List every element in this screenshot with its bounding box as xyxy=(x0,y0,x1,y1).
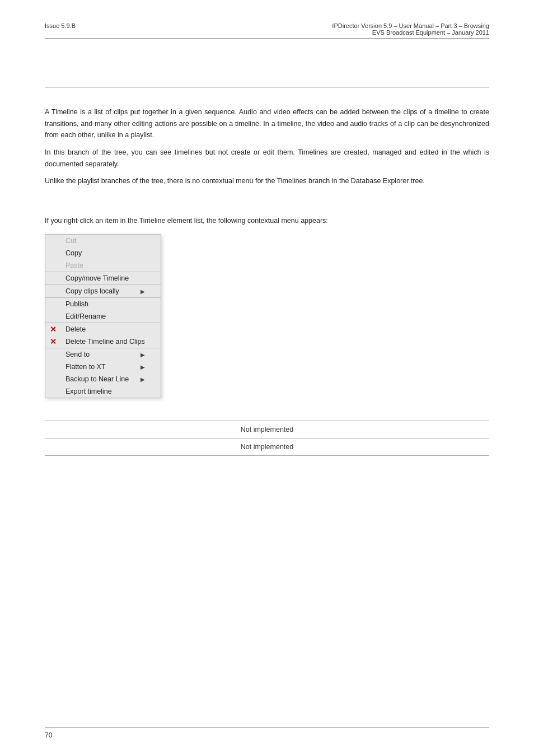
header-title-line1: IPDirector Version 5.9 – User Manual – P… xyxy=(332,22,489,29)
menu-item-flatten-to-xt[interactable]: Flatten to XT▶ xyxy=(45,361,161,373)
menu-item-label: Paste xyxy=(65,262,83,269)
menu-item-delete[interactable]: ✕Delete xyxy=(45,323,161,335)
menu-item-label: Delete xyxy=(65,325,86,333)
page-header: Issue 5.9.B IPDirector Version 5.9 – Use… xyxy=(45,22,489,39)
table-row: Not implemented xyxy=(45,438,489,456)
x-icon: ✕ xyxy=(50,337,57,346)
table-row: Not implemented xyxy=(45,421,489,438)
page: Issue 5.9.B IPDirector Version 5.9 – Use… xyxy=(0,0,534,756)
menu-item-delete-timeline-and-clips[interactable]: ✕Delete Timeline and Clips xyxy=(45,335,161,348)
menu-item-label: Copy clips locally xyxy=(65,287,119,295)
submenu-arrow-icon: ▶ xyxy=(140,376,145,382)
x-icon: ✕ xyxy=(50,325,57,334)
table-cell: Not implemented xyxy=(45,438,489,456)
header-title-line2: EVS Broadcast Equipment – January 2011 xyxy=(332,29,489,36)
menu-item-label: Flatten to XT xyxy=(65,363,106,371)
menu-item-send-to[interactable]: Send to▶ xyxy=(45,348,161,361)
menu-item-label: Delete Timeline and Clips xyxy=(65,338,145,346)
footer-page-number: 70 xyxy=(45,731,52,739)
bottom-table: Not implementedNot implemented xyxy=(45,421,489,456)
menu-item-paste: Paste xyxy=(45,259,161,272)
context-menu-area: CutCopyPasteCopy/move TimelineCopy clips… xyxy=(45,234,489,398)
menu-item-label: Copy xyxy=(65,249,82,257)
menu-item-editrename[interactable]: Edit/Rename xyxy=(45,310,161,323)
context-menu: CutCopyPasteCopy/move TimelineCopy clips… xyxy=(45,234,161,398)
menu-item-label: Export timeline xyxy=(65,388,112,395)
menu-item-backup-to-near-line[interactable]: Backup to Near Line▶ xyxy=(45,373,161,385)
menu-item-copymove-timeline[interactable]: Copy/move Timeline xyxy=(45,272,161,285)
menu-item-export-timeline[interactable]: Export timeline xyxy=(45,385,161,398)
header-title: IPDirector Version 5.9 – User Manual – P… xyxy=(332,22,489,36)
menu-item-label: Send to xyxy=(65,351,90,358)
menu-item-label: Cut xyxy=(65,237,76,245)
intro-paragraph-3: Unlike the playlist branches of the tree… xyxy=(45,175,489,187)
intro-paragraph-2: In this branch of the tree, you can see … xyxy=(45,147,489,170)
contextual-section-text: If you right-click an item in the Timeli… xyxy=(45,215,489,227)
submenu-arrow-icon: ▶ xyxy=(140,364,145,370)
menu-item-cut: Cut xyxy=(45,235,161,247)
intro-paragraph-1: A Timeline is a list of clips put togeth… xyxy=(45,106,489,141)
header-issue: Issue 5.9.B xyxy=(45,22,76,29)
menu-item-label: Publish xyxy=(65,300,88,308)
menu-item-copy-clips-locally[interactable]: Copy clips locally▶ xyxy=(45,285,161,298)
section-divider-top xyxy=(45,87,489,87)
footer-line xyxy=(45,727,489,728)
menu-item-label: Edit/Rename xyxy=(65,312,106,320)
submenu-arrow-icon: ▶ xyxy=(140,288,145,295)
table-cell: Not implemented xyxy=(45,421,489,438)
submenu-arrow-icon: ▶ xyxy=(140,352,145,358)
menu-item-publish[interactable]: Publish xyxy=(45,298,161,310)
menu-item-label: Backup to Near Line xyxy=(65,375,129,383)
menu-item-copy[interactable]: Copy xyxy=(45,247,161,259)
menu-item-label: Copy/move Timeline xyxy=(65,274,129,282)
